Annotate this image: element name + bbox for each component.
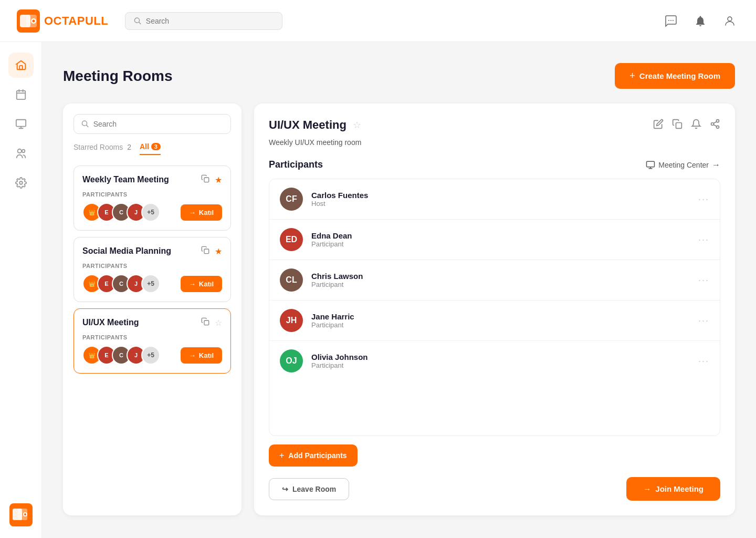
global-search-bar[interactable] bbox=[125, 12, 282, 30]
add-participants-label: Add Participants bbox=[288, 451, 346, 460]
page-header: Meeting Rooms + Create Meeting Room bbox=[63, 63, 735, 89]
copy-icon[interactable] bbox=[201, 174, 209, 185]
participant-more-icon[interactable]: ··· bbox=[698, 315, 709, 326]
room-card-social-media[interactable]: Social Media Planning ★ PARTICIPANTS bbox=[74, 237, 231, 302]
create-meeting-room-button[interactable]: + Create Meeting Room bbox=[615, 63, 735, 89]
sidebar-item-calendar[interactable] bbox=[8, 82, 34, 107]
svg-point-4 bbox=[33, 19, 35, 22]
tab-all-rooms[interactable]: All 3 bbox=[140, 142, 161, 155]
participant-name: Carlos Fuentes bbox=[311, 191, 698, 200]
participant-role: Participant bbox=[311, 321, 698, 329]
avatars-group: 👑 E C J +5 bbox=[82, 274, 160, 293]
svg-rect-29 bbox=[204, 178, 209, 182]
room-card-weekly-team[interactable]: Weekly Team Meeting ★ PARTICIPANTS bbox=[74, 165, 231, 231]
participants-list: CF Carlos Fuentes Host ··· ED Edna Dean … bbox=[269, 179, 720, 436]
participant-more-icon[interactable]: ··· bbox=[698, 356, 709, 367]
detail-header: UI/UX Meeting ☆ bbox=[269, 118, 720, 132]
sidebar-item-home[interactable] bbox=[8, 53, 34, 78]
detail-subtitle: Weekly UI/UX meeting room bbox=[269, 138, 720, 147]
room-card-title: Social Media Planning bbox=[82, 246, 171, 256]
svg-point-8 bbox=[670, 20, 671, 21]
svg-point-33 bbox=[717, 119, 719, 122]
svg-line-6 bbox=[139, 22, 141, 24]
join-room-button-weekly[interactable]: → Katıl bbox=[181, 204, 222, 221]
plus-icon: + bbox=[629, 70, 635, 81]
participant-role: Host bbox=[311, 200, 698, 208]
sidebar-item-screen[interactable] bbox=[8, 111, 34, 137]
star-icon[interactable]: ★ bbox=[215, 246, 222, 256]
main-content: Meeting Rooms + Create Meeting Room Star… bbox=[42, 42, 756, 538]
participants-section-header: Participants Meeting Center → bbox=[269, 159, 720, 170]
room-search-bar[interactable] bbox=[74, 114, 231, 134]
star-icon[interactable]: ☆ bbox=[215, 318, 222, 328]
participant-role: Participant bbox=[311, 361, 698, 369]
join-room-button-social[interactable]: → Katıl bbox=[181, 276, 222, 292]
share-icon[interactable] bbox=[710, 119, 720, 132]
leave-room-button[interactable]: ↪ Leave Room bbox=[269, 478, 349, 500]
chat-icon[interactable] bbox=[662, 12, 680, 30]
participant-more-icon[interactable]: ··· bbox=[698, 275, 709, 286]
notification-bell-icon[interactable] bbox=[691, 119, 701, 132]
add-participants-button[interactable]: + Add Participants bbox=[269, 444, 358, 467]
room-card-icons: ★ bbox=[201, 174, 222, 185]
room-list-panel: Starred Rooms 2 All 3 Weekly Team Meetin… bbox=[63, 104, 242, 515]
nav-icons bbox=[662, 12, 739, 30]
page-title: Meeting Rooms bbox=[63, 68, 172, 85]
tab-starred-rooms[interactable]: Starred Rooms 2 bbox=[74, 143, 131, 154]
avatar-more: +5 bbox=[141, 203, 160, 222]
participant-info: Edna Dean Participant bbox=[311, 231, 698, 248]
join-meeting-icon: → bbox=[643, 484, 651, 493]
participant-item: JH Jane Harric Participant ··· bbox=[269, 301, 720, 341]
copy-icon[interactable] bbox=[201, 246, 209, 256]
avatar: CF bbox=[280, 188, 303, 211]
svg-point-9 bbox=[673, 20, 674, 21]
participant-role: Participant bbox=[311, 240, 698, 248]
join-btn-label: Katıl bbox=[199, 280, 214, 288]
join-arrow-icon: → bbox=[189, 209, 196, 216]
star-icon[interactable]: ★ bbox=[215, 175, 222, 185]
join-arrow-icon: → bbox=[189, 280, 196, 288]
edit-icon[interactable] bbox=[653, 119, 664, 132]
starred-rooms-label: Starred Rooms bbox=[74, 143, 123, 151]
participants-row: 👑 E C J +5 → Katıl bbox=[82, 203, 222, 222]
participant-info: Jane Harric Participant bbox=[311, 312, 698, 329]
participants-label: PARTICIPANTS bbox=[82, 191, 222, 198]
participant-name: Jane Harric bbox=[311, 312, 698, 321]
avatars-group: 👑 E C J +5 bbox=[82, 346, 160, 365]
logo[interactable]: OCTAPULL bbox=[17, 9, 108, 33]
join-meeting-button[interactable]: → Join Meeting bbox=[626, 477, 720, 501]
participant-more-icon[interactable]: ··· bbox=[698, 234, 709, 245]
svg-point-20 bbox=[22, 150, 25, 153]
room-card-icons: ★ bbox=[201, 246, 222, 256]
detail-star-icon[interactable]: ☆ bbox=[353, 119, 361, 131]
global-search-input[interactable] bbox=[146, 17, 274, 25]
room-search-input[interactable] bbox=[93, 120, 223, 128]
room-card-title: UI/UX Meeting bbox=[82, 318, 139, 327]
copy-icon[interactable] bbox=[201, 317, 209, 328]
monitor-icon bbox=[646, 160, 655, 170]
leave-icon: ↪ bbox=[282, 485, 288, 493]
detail-actions bbox=[653, 119, 720, 132]
user-profile-icon[interactable] bbox=[720, 12, 739, 30]
participant-more-icon[interactable]: ··· bbox=[698, 194, 709, 205]
svg-point-19 bbox=[17, 149, 21, 153]
participants-title: Participants bbox=[269, 159, 323, 170]
participant-item: CF Carlos Fuentes Host ··· bbox=[269, 179, 720, 220]
join-room-button-uiux[interactable]: → Katıl bbox=[181, 347, 222, 364]
notification-icon[interactable] bbox=[691, 12, 710, 30]
join-btn-label: Katıl bbox=[199, 351, 214, 359]
sidebar-item-settings[interactable] bbox=[8, 170, 34, 195]
sidebar-item-people[interactable] bbox=[8, 141, 34, 166]
svg-rect-30 bbox=[204, 249, 209, 254]
participant-item: ED Edna Dean Participant ··· bbox=[269, 220, 720, 260]
participant-item: CL Chris Lawson Participant ··· bbox=[269, 260, 720, 301]
copy-link-icon[interactable] bbox=[672, 119, 682, 132]
sidebar-bottom bbox=[8, 502, 34, 527]
room-card-header: UI/UX Meeting ☆ bbox=[82, 317, 222, 328]
top-navigation: OCTAPULL bbox=[0, 0, 756, 42]
room-card-uiux[interactable]: UI/UX Meeting ☆ PARTICIPANTS bbox=[74, 308, 231, 374]
detail-title-group: UI/UX Meeting ☆ bbox=[269, 118, 361, 132]
meeting-center-link[interactable]: Meeting Center → bbox=[646, 160, 720, 170]
room-card-title: Weekly Team Meeting bbox=[82, 175, 169, 184]
room-search-icon bbox=[81, 120, 89, 128]
